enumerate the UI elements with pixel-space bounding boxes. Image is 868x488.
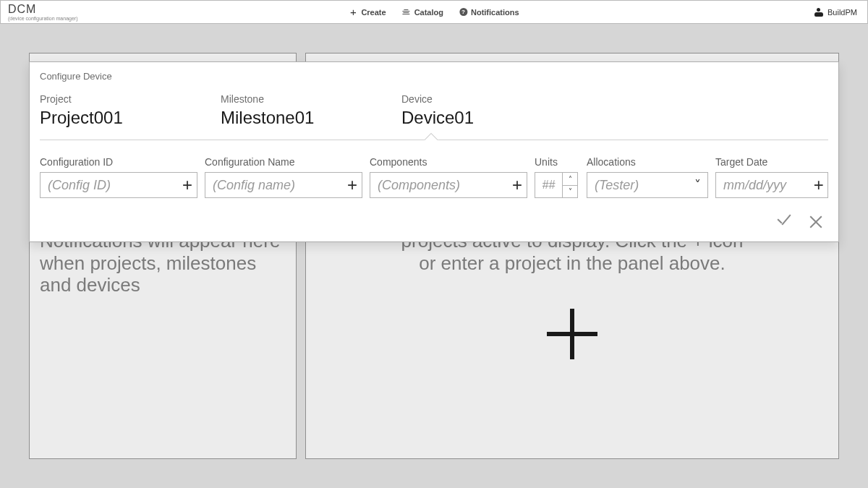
units-increment-button[interactable]: ˄ — [563, 173, 577, 186]
crumb-project-label: Project — [40, 93, 177, 105]
user-icon — [814, 8, 823, 17]
add-components-button[interactable]: + — [508, 173, 527, 197]
units-decrement-button[interactable]: ˅ — [563, 186, 577, 198]
cancel-button[interactable] — [807, 213, 825, 231]
add-configuration-id-button[interactable]: + — [178, 173, 197, 197]
nav-catalog-label: Catalog — [414, 8, 443, 17]
plus-icon — [349, 8, 357, 17]
label-configuration-name: Configuration Name — [205, 156, 362, 168]
input-configuration-id[interactable] — [41, 173, 178, 197]
input-allocations[interactable] — [587, 173, 687, 197]
form-row: Configuration ID + Configuration Name + … — [40, 140, 828, 198]
breadcrumb: Project Project001 Milestone Milestone01… — [40, 93, 828, 140]
field-components: Components + — [370, 156, 527, 198]
units-stepper: ˄ ˅ — [535, 172, 579, 198]
chevron-down-icon: ˅ — [687, 173, 707, 197]
breadcrumb-notch — [422, 131, 441, 140]
input-wrap-configuration-id: + — [40, 172, 197, 198]
nav-notifications[interactable]: ? Notifications — [459, 8, 519, 17]
label-components: Components — [370, 156, 527, 168]
input-wrap-target-date: + — [715, 172, 828, 198]
field-allocations: Allocations ˅ — [587, 156, 708, 198]
add-configuration-name-button[interactable]: + — [343, 173, 362, 197]
top-bar: DCM (device configuration manager) Creat… — [0, 0, 868, 24]
crumb-device-label: Device — [401, 93, 539, 105]
input-configuration-name[interactable] — [205, 173, 343, 197]
workspace: Notifications will appear here when proj… — [0, 24, 868, 488]
field-target-date: Target Date + — [715, 156, 828, 198]
crumb-project[interactable]: Project Project001 — [40, 93, 206, 140]
crumb-milestone-value: Milestone01 — [221, 108, 358, 128]
nav-user-label: BuildPM — [827, 8, 857, 17]
label-target-date: Target Date — [715, 156, 828, 168]
nav-center: Create Catalog ? Notifications — [349, 1, 519, 23]
nav-create[interactable]: Create — [349, 8, 386, 17]
crumb-project-value: Project001 — [40, 108, 177, 128]
input-components[interactable] — [370, 173, 508, 197]
units-stepper-buttons: ˄ ˅ — [562, 172, 578, 198]
input-wrap-configuration-name: + — [205, 172, 362, 198]
question-icon: ? — [459, 8, 467, 16]
add-target-date-button[interactable]: + — [809, 173, 827, 197]
field-units: Units ˄ ˅ — [535, 156, 579, 198]
add-project-button[interactable] — [547, 309, 597, 359]
field-configuration-name: Configuration Name + — [205, 156, 362, 198]
field-configuration-id: Configuration ID + — [40, 156, 197, 198]
select-allocations[interactable]: ˅ — [587, 172, 708, 198]
label-configuration-id: Configuration ID — [40, 156, 197, 168]
nav-catalog[interactable]: Catalog — [402, 8, 443, 17]
crumb-device-value: Device01 — [401, 108, 539, 128]
crumb-milestone-label: Milestone — [221, 93, 358, 105]
configure-device-modal: Configure Device Project Project001 Mile… — [29, 61, 839, 242]
confirm-button[interactable] — [775, 213, 793, 231]
list-icon — [402, 8, 411, 17]
nav-notifications-label: Notifications — [471, 8, 519, 17]
modal-actions — [40, 198, 828, 231]
input-units[interactable] — [535, 172, 562, 198]
modal-title: Configure Device — [40, 71, 828, 82]
brand-title: DCM — [8, 4, 78, 15]
label-units: Units — [535, 156, 579, 168]
nav-user[interactable]: BuildPM — [814, 8, 867, 17]
brand-subtitle: (device configuration manager) — [8, 16, 78, 21]
brand: DCM (device configuration manager) — [1, 4, 78, 21]
crumb-milestone[interactable]: Milestone Milestone01 — [221, 93, 387, 140]
nav-create-label: Create — [361, 8, 386, 17]
input-wrap-components: + — [370, 172, 527, 198]
label-allocations: Allocations — [587, 156, 708, 168]
input-target-date[interactable] — [716, 173, 809, 197]
